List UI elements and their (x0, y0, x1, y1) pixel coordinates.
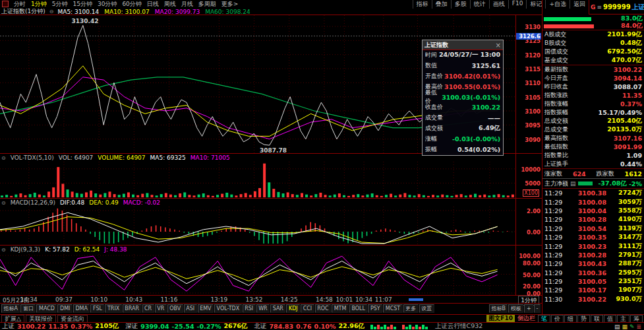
tab-SAR[interactable]: SAR (270, 304, 285, 313)
index-quote-深证[interactable]: 深证9399.04-25.54-0.27%2676亿 (125, 322, 247, 330)
collapse-icon[interactable]: ⊖ (1, 200, 6, 206)
tab-FSL[interactable]: FSL (90, 304, 104, 313)
tab-指标A[interactable]: 指标A (1, 304, 20, 313)
menu-item-月线[interactable]: 月线 (179, 0, 196, 9)
tab-MTM[interactable]: MTM (332, 304, 349, 313)
tab-VOL-TDX[interactable]: VOL-TDX (214, 304, 242, 313)
quote-label: 今日开盘 (544, 74, 568, 82)
tab-DMA[interactable]: DMA (73, 304, 90, 313)
tab-更多[interactable]: 更多 (403, 304, 419, 313)
tab-OBV[interactable]: OBV (167, 304, 183, 313)
tick-time: 11:29 (544, 269, 566, 277)
mini-tab-主[interactable]: 主 (617, 315, 629, 323)
tick-volume: 3139万 (606, 224, 642, 233)
breadth-bars (370, 323, 396, 329)
tab-+[interactable]: + (524, 304, 533, 313)
collapse-icon[interactable]: ⊖ (1, 247, 6, 253)
status-icon[interactable]: ▦ (622, 323, 628, 330)
toolbar-btn-F10[interactable]: F10 (508, 0, 527, 9)
tab-WR[interactable]: WR (256, 304, 270, 313)
menu-item-30分钟[interactable]: 30分钟 (95, 0, 119, 9)
toolbar-btn-+自选[interactable]: +自选 (545, 0, 570, 9)
tooltip-row: 振幅0.54(0.02%) (423, 144, 503, 154)
tooltip-titlebar[interactable]: 上证指数 × (423, 40, 503, 50)
toolbar-btn-叠加[interactable]: 叠加 (432, 0, 451, 9)
menu-item-日线[interactable]: 日线 (144, 0, 161, 9)
tab-ASI[interactable]: ASI (184, 304, 197, 313)
force-bar (578, 182, 593, 185)
tab-CR[interactable]: CR (142, 304, 154, 313)
tab--[interactable]: - (534, 304, 541, 313)
index-quote-北证[interactable]: 北证784.830.760.10%22.96亿 (254, 322, 365, 330)
toolbar-btn-标记[interactable]: 标记 (526, 0, 545, 9)
status-icon[interactable]: ▤ (614, 323, 620, 330)
tab-TRIX[interactable]: TRIX (105, 304, 121, 313)
macd-chart[interactable] (0, 207, 515, 244)
quote-row: 基金成交470.07亿 (542, 56, 644, 65)
tab-ROC[interactable]: ROC (315, 304, 331, 313)
ext-tab-关联报价[interactable]: 关联报价 (26, 315, 56, 323)
tab-BRAR[interactable]: BRAR (123, 304, 142, 313)
tab-RSI[interactable]: RSI (243, 304, 256, 313)
tab-窗口[interactable]: 窗口 (20, 304, 36, 313)
tab-MACD[interactable]: MACD (36, 304, 57, 313)
ext-tab-资金流向[interactable]: 资金流向 (57, 315, 88, 323)
mini-tab-联[interactable]: 联 (591, 315, 603, 323)
tab-CCI[interactable]: CCI (301, 304, 314, 313)
toolbar-btn-多股[interactable]: 多股 (451, 0, 470, 9)
menu-item-多周期[interactable]: 多周期 (196, 0, 219, 9)
scrollbar-thumb[interactable] (409, 298, 423, 301)
toolbar-btn-统计[interactable]: 统计 (470, 0, 489, 9)
quote-row: 最高指数3107.16 (542, 134, 644, 143)
tooltip-value: —— (488, 114, 500, 121)
volume-chart[interactable] (0, 162, 515, 197)
kdj-axis-tick: 20.00 (523, 283, 541, 290)
menu-item-5分钟[interactable]: 5分钟 (49, 0, 71, 9)
index-quote-上证[interactable]: 上证3100.2211.350.37%2105亿 (2, 322, 119, 330)
tab-BOLL[interactable]: BOLL (349, 304, 368, 313)
menu-item-周线[interactable]: 周线 (161, 0, 179, 9)
tab-EMV[interactable]: EMV (198, 304, 214, 313)
tick-price: 3100.05 (566, 278, 606, 285)
window-icon[interactable] (2, 1, 9, 7)
collapse-icon[interactable]: ⊖ (1, 155, 6, 161)
tab-设置[interactable]: 设置 (419, 304, 434, 313)
close-icon[interactable]: × (496, 42, 501, 49)
symbol-box[interactable]: G ≡ 999999 上证指数 (589, 0, 644, 15)
tab-VR[interactable]: VR (155, 304, 167, 313)
toolbar-btn-画线[interactable]: 画线 (489, 0, 508, 9)
indicator-name: MACD(12,26,9) (11, 199, 55, 206)
mini-tab-价[interactable]: 价 (551, 315, 564, 323)
status-icon[interactable]: ≣ (636, 323, 641, 330)
hamburger-icon[interactable]: ≡ (597, 4, 602, 11)
toolbar-btn-返回[interactable]: 返回 (570, 0, 589, 9)
mini-tab-筹[interactable]: 筹 (630, 315, 643, 323)
kdj-chart[interactable] (0, 254, 515, 294)
tab-MCST[interactable]: MCST (383, 304, 402, 313)
advancers-count: 624 (573, 170, 586, 178)
menu-item-60分钟[interactable]: 60分钟 (119, 0, 144, 9)
mini-tab-值[interactable]: 值 (604, 315, 616, 323)
quote-row: 指数涨幅0.37% (542, 100, 644, 108)
time-tick: 10:10 (90, 296, 107, 303)
tab-KDJ[interactable]: KDJ (286, 304, 300, 313)
ma-value: MA20: 3099.73 (155, 9, 200, 15)
quote-row: 昨日收盘3088.07 (542, 82, 644, 91)
period-menu: 分时1分钟5分钟15分钟30分钟60分钟日线周线月线多周期更多> (11, 0, 241, 9)
mini-tab-笔[interactable]: 笔 (538, 315, 550, 323)
time-tick: 11:07 (375, 296, 392, 303)
f10-button[interactable]: 图文F10 (486, 315, 515, 322)
tab-PSY[interactable]: PSY (368, 304, 382, 313)
index-quotes: 上证3100.2211.350.37%2105亿深证9399.04-25.54-… (2, 322, 365, 330)
mini-tab-势[interactable]: 势 (577, 315, 590, 323)
mini-tab-细[interactable]: 细 (564, 315, 577, 323)
tab-指标B[interactable]: 指标B (489, 304, 508, 313)
toolbar-btn-指标[interactable]: 指标 (413, 0, 432, 9)
menu-item-更多>[interactable]: 更多> (219, 0, 241, 9)
collapse-icon[interactable]: ⊖ (49, 9, 54, 15)
status-icon[interactable]: ✎ (629, 323, 635, 330)
tab-模板[interactable]: 模板 (508, 304, 523, 313)
ext-tab-扩展△[interactable]: 扩展△ (1, 315, 24, 323)
menu-item-15分钟[interactable]: 15分钟 (70, 0, 94, 9)
tab-DMI[interactable]: DMI (57, 304, 72, 313)
